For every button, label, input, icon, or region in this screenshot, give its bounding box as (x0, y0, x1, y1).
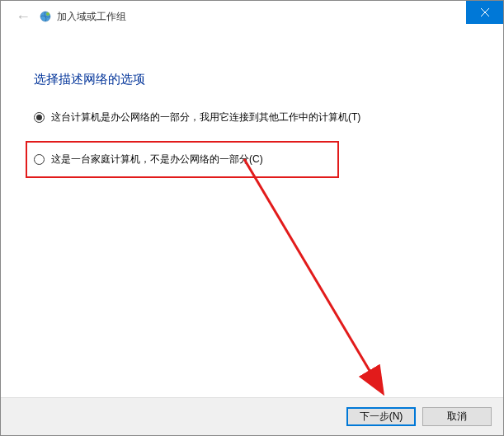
back-arrow-icon: ← (9, 8, 37, 26)
network-icon (39, 10, 52, 23)
svg-point-1 (46, 12, 49, 16)
titlebar: ← 加入域或工作组 (1, 1, 503, 32)
svg-line-5 (244, 159, 382, 391)
radio-icon (34, 112, 45, 123)
option-office-network[interactable]: 这台计算机是办公网络的一部分，我用它连接到其他工作中的计算机(T) (34, 109, 470, 126)
radio-label-home: 这是一台家庭计算机，不是办公网络的一部分(C) (51, 152, 263, 166)
close-button[interactable] (466, 1, 503, 24)
page-heading: 选择描述网络的选项 (34, 72, 470, 87)
dialog-content: 选择描述网络的选项 这台计算机是办公网络的一部分，我用它连接到其他工作中的计算机… (1, 32, 503, 178)
option-home-computer[interactable]: 这是一台家庭计算机，不是办公网络的一部分(C) (34, 151, 331, 168)
window-title: 加入域或工作组 (57, 10, 126, 24)
radio-label-office: 这台计算机是办公网络的一部分，我用它连接到其他工作中的计算机(T) (51, 110, 360, 124)
annotation-highlight-box: 这是一台家庭计算机，不是办公网络的一部分(C) (26, 141, 339, 178)
radio-icon (34, 154, 45, 165)
button-bar: 下一步(N) 取消 (1, 397, 503, 435)
next-button[interactable]: 下一步(N) (346, 407, 416, 426)
cancel-button[interactable]: 取消 (422, 407, 492, 426)
